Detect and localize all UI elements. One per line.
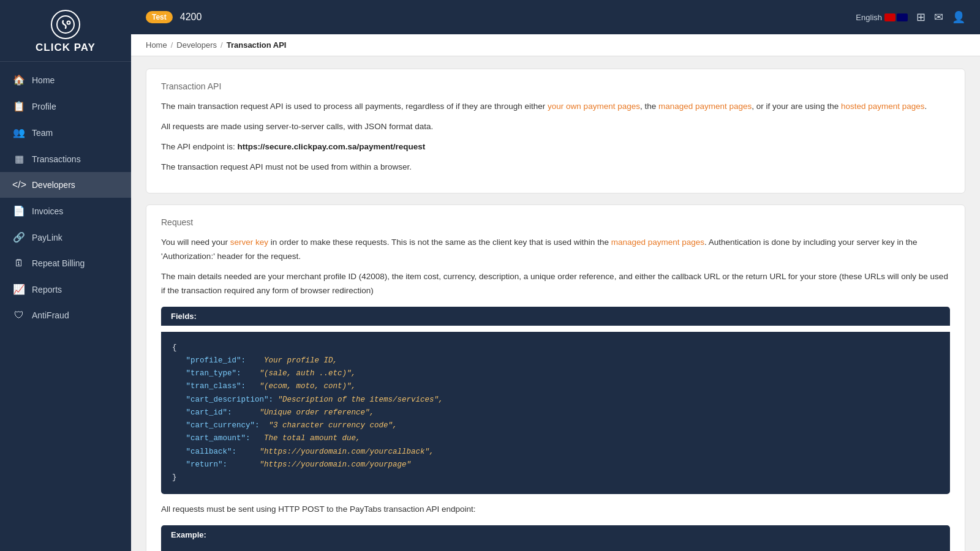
request-card: Request You will need your server key in… xyxy=(146,204,965,551)
fields-header: Fields: xyxy=(161,307,950,326)
sidebar-label-repeat-billing: Repeat Billing xyxy=(32,258,85,268)
sidebar-item-repeat-billing[interactable]: 🗓 Repeat Billing xyxy=(0,250,131,276)
sidebar-label-reports: Reports xyxy=(32,285,62,294)
team-icon: 👥 xyxy=(12,127,26,138)
sidebar-nav: 🏠 Home 📋 Profile 👥 Team ▦ Transactions <… xyxy=(0,62,131,551)
section1-para4: The transaction request API must not be … xyxy=(161,160,950,174)
section2-para1: You will need your server key in order t… xyxy=(161,236,950,264)
link-managed-pages[interactable]: managed payment pages xyxy=(658,102,752,111)
sidebar-item-team[interactable]: 👥 Team xyxy=(0,119,131,146)
paylink-icon: 🔗 xyxy=(12,231,26,243)
sidebar-item-paylink[interactable]: 🔗 PayLink xyxy=(0,224,131,250)
sidebar-item-invoices[interactable]: 📄 Invoices xyxy=(0,198,131,224)
example-header: Example: xyxy=(161,525,950,544)
svg-point-1 xyxy=(67,21,70,24)
sidebar-item-home[interactable]: 🏠 Home xyxy=(0,67,131,93)
repeat-billing-icon: 🗓 xyxy=(12,258,26,269)
language-selector[interactable]: English xyxy=(856,13,908,22)
breadcrumb: Home / Developers / Transaction API xyxy=(131,34,980,56)
breadcrumb-sep-1: / xyxy=(171,40,173,50)
breadcrumb-home[interactable]: Home xyxy=(146,40,167,50)
antifraud-icon: 🛡 xyxy=(12,310,26,321)
home-icon: 🏠 xyxy=(12,74,26,86)
breadcrumb-sep-2: / xyxy=(221,40,223,50)
sidebar-item-transactions[interactable]: ▦ Transactions xyxy=(0,146,131,172)
fields-code-block: { "profile_id": Your profile ID, "tran_t… xyxy=(161,332,950,495)
section1-para1: The main transaction request API is used… xyxy=(161,100,950,114)
breadcrumb-developers[interactable]: Developers xyxy=(176,40,217,50)
language-label: English xyxy=(856,13,882,22)
profile-icon: 📋 xyxy=(12,100,26,112)
content-area: Transaction API The main transaction req… xyxy=(131,56,980,551)
invoices-icon: 📄 xyxy=(12,205,26,217)
sidebar-item-developers[interactable]: </> Developers xyxy=(0,172,131,198)
sidebar-item-antifraud[interactable]: 🛡 AntiFraud xyxy=(0,302,131,328)
api-endpoint-url: https://secure.clickpay.com.sa/payment/r… xyxy=(238,142,426,151)
sidebar-label-paylink: PayLink xyxy=(32,233,62,242)
test-badge: Test xyxy=(146,11,173,23)
section2-para2: The main details needed are your merchan… xyxy=(161,270,950,298)
grid-icon[interactable]: ⊞ xyxy=(916,10,925,24)
sidebar-label-invoices: Invoices xyxy=(32,206,63,216)
sidebar-label-home: Home xyxy=(32,75,55,85)
section2-title: Request xyxy=(161,217,950,227)
sidebar-item-reports[interactable]: 📈 Reports xyxy=(0,276,131,302)
sidebar-label-profile: Profile xyxy=(32,102,56,111)
logo: CLICK PAY xyxy=(0,0,131,62)
transaction-api-card: Transaction API The main transaction req… xyxy=(146,69,965,193)
link-server-key[interactable]: server key xyxy=(230,238,268,247)
user-icon[interactable]: 👤 xyxy=(952,10,965,24)
post-fields-text: All requests must be sent using HTTP POS… xyxy=(161,503,950,517)
fields-container: Fields: { "profile_id": Your profile ID,… xyxy=(161,307,950,495)
sidebar-item-profile[interactable]: 📋 Profile xyxy=(0,93,131,119)
section1-title: Transaction API xyxy=(161,81,950,91)
sidebar-label-transactions: Transactions xyxy=(32,154,81,164)
mail-icon[interactable]: ✉ xyxy=(934,10,943,24)
header-right: English ⊞ ✉ 👤 xyxy=(856,10,965,24)
developers-icon: </> xyxy=(12,179,26,190)
breadcrumb-current: Transaction API xyxy=(227,40,287,50)
example-code-block: curl --request POST \ --url https://secu… xyxy=(161,544,950,551)
section1-para3: The API endpoint is: https://secure.clic… xyxy=(161,140,950,154)
example-container: Example: curl --request POST \ --url htt… xyxy=(161,525,950,551)
account-id: 4200 xyxy=(180,12,202,23)
sidebar: CLICK PAY 🏠 Home 📋 Profile 👥 Team ▦ Tran… xyxy=(0,0,131,551)
section1-para2: All requests are made using server-to-se… xyxy=(161,120,950,134)
app-title: CLICK PAY xyxy=(36,42,96,54)
reports-icon: 📈 xyxy=(12,283,26,295)
language-flags xyxy=(884,13,908,21)
sidebar-label-developers: Developers xyxy=(32,180,75,190)
logo-icon xyxy=(51,10,80,39)
link-own-pages[interactable]: your own payment pages xyxy=(548,102,640,111)
sidebar-label-antifraud: AntiFraud xyxy=(32,310,69,320)
sidebar-label-team: Team xyxy=(32,128,53,138)
transactions-icon: ▦ xyxy=(12,153,26,165)
link-managed-pages2[interactable]: managed payment pages xyxy=(611,238,704,247)
link-hosted-pages[interactable]: hosted payment pages xyxy=(841,102,925,111)
main-content: Test 4200 English ⊞ ✉ 👤 Home / Developer… xyxy=(131,0,980,551)
header: Test 4200 English ⊞ ✉ 👤 xyxy=(131,0,980,34)
